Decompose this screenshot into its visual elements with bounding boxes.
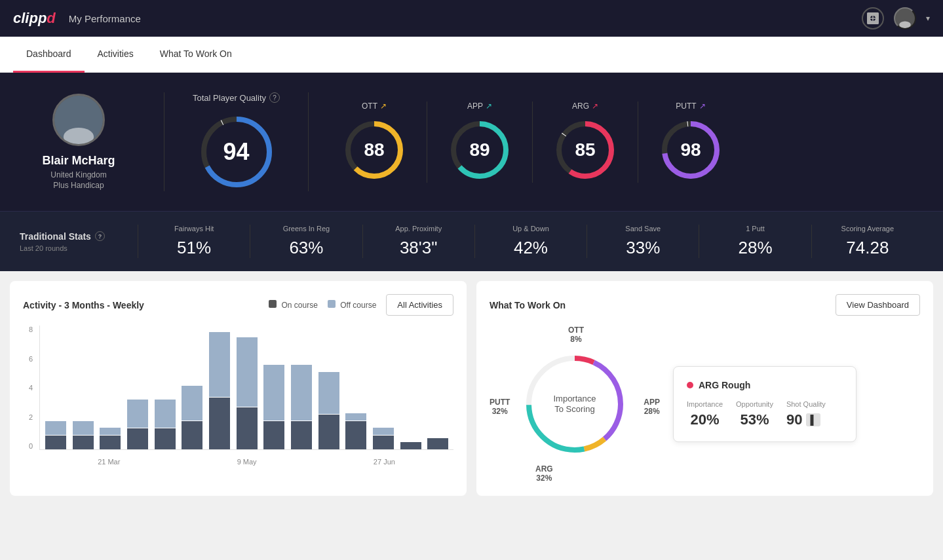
bar-group (425, 332, 450, 449)
view-dashboard-button[interactable]: View Dashboard (836, 294, 920, 316)
svg-text:To Scoring: To Scoring (554, 404, 594, 414)
player-info: Blair McHarg United Kingdom Plus Handica… (20, 94, 138, 190)
bar-group (371, 332, 396, 449)
total-quality-label: Total Player Quality ? (193, 92, 280, 103)
stats-label: Traditional Stats ? Last 20 rounds (20, 231, 138, 252)
bar-group (43, 332, 68, 449)
activity-chart-title: Activity - 3 Months - Weekly (23, 300, 144, 310)
add-button[interactable] (862, 7, 884, 29)
on-course-bar (400, 442, 421, 449)
off-course-bar (263, 365, 284, 420)
off-course-bar (291, 365, 312, 420)
bar-group (207, 332, 232, 449)
ott-circle: 88 (341, 117, 407, 183)
on-course-bar (237, 407, 258, 449)
on-course-bar (155, 428, 176, 449)
stat-app-proximity: App. Proximity 38'3" (362, 225, 474, 258)
stat-scoring-avg: Scoring Average 74.28 (811, 225, 923, 258)
app-label: APP ↗ (467, 102, 492, 111)
logo-text: clippd (13, 10, 56, 26)
info-metrics: Importance 20% Opportunity 53% Shot Qual… (687, 400, 843, 428)
stat-fairways-hit: Fairways Hit 51% (138, 225, 250, 258)
player-name: Blair McHarg (42, 154, 115, 168)
info-card-header: ARG Rough (687, 380, 843, 390)
avatar-image (54, 96, 103, 144)
nav-title: My Performance (69, 13, 141, 24)
stat-greens-in-reg: Greens In Reg 63% (250, 225, 362, 258)
tab-activities[interactable]: Activities (85, 37, 147, 73)
logo: clippd (13, 10, 56, 27)
arg-label: ARG ↗ (572, 102, 598, 111)
all-activities-button[interactable]: All Activities (386, 294, 453, 316)
shot-quality-metric: Shot Quality 90 ▌ (786, 400, 826, 428)
plus-circle-icon (867, 12, 879, 24)
opportunity-metric: Opportunity 53% (736, 400, 773, 428)
arg-rough-card: ARG Rough Importance 20% Opportunity 53%… (673, 366, 856, 442)
quality-badge: ▌ (806, 413, 820, 426)
bar-group (180, 332, 204, 449)
off-course-bar (45, 421, 66, 435)
on-course-bar (209, 398, 230, 449)
on-course-bar (73, 436, 94, 449)
stats-label-title: Traditional Stats ? (20, 231, 138, 242)
activity-chart-area: 8 6 4 2 0 21 Mar 9 May 27 Jun (23, 326, 453, 470)
app-circle: 89 (447, 117, 512, 183)
total-quality: Total Player Quality ? 94 (191, 92, 309, 191)
off-course-bar (73, 421, 94, 435)
score-card-putt: PUTT ↗ 98 (638, 102, 743, 183)
total-quality-circle: 94 (197, 113, 276, 191)
info-icon: ? (269, 92, 280, 103)
bar-group (343, 332, 368, 449)
chart-y-labels: 8 6 4 2 0 (23, 326, 36, 450)
svg-point-4 (902, 12, 909, 20)
importance-metric: Importance 20% (687, 400, 723, 428)
scores-section: Total Player Quality ? 94 OTT ↗ (164, 92, 923, 191)
activity-panel-header: Activity - 3 Months - Weekly On course O… (23, 294, 453, 316)
tab-dashboard[interactable]: Dashboard (13, 37, 85, 73)
legend-off-course: Off course (328, 300, 376, 310)
off-course-bar (237, 337, 258, 407)
bar-group (398, 332, 423, 449)
player-avatar (52, 94, 105, 146)
user-avatar-button[interactable] (894, 7, 916, 29)
tabs-bar: Dashboard Activities What To Work On (0, 37, 943, 73)
stat-up-down: Up & Down 42% (474, 225, 587, 258)
svg-text:Importance: Importance (553, 394, 596, 403)
on-course-bar (373, 436, 394, 449)
on-course-bar (427, 438, 448, 449)
app-value: 89 (469, 140, 490, 160)
putt-donut-label: PUTT 32% (490, 398, 510, 416)
tab-what-to-work-on[interactable]: What To Work On (147, 37, 245, 73)
bar-group (289, 332, 314, 449)
app-donut-label: APP 28% (644, 398, 660, 416)
on-course-bar (100, 436, 121, 449)
activity-panel: Activity - 3 Months - Weekly On course O… (10, 281, 467, 496)
off-course-bar (345, 413, 366, 420)
bar-group (317, 332, 341, 449)
off-course-bar (209, 332, 230, 397)
donut-wrapper: Importance To Scoring OTT 8% APP 28% (490, 326, 660, 483)
bottom-panels: Activity - 3 Months - Weekly On course O… (0, 271, 943, 506)
stats-row: Traditional Stats ? Last 20 rounds Fairw… (0, 211, 943, 271)
off-course-bar (182, 386, 202, 420)
off-course-bar (373, 428, 394, 435)
bar-group (235, 332, 260, 449)
wtwo-panel-header: What To Work On View Dashboard (490, 294, 920, 316)
bar-group (71, 332, 96, 449)
score-card-arg: ARG ↗ 85 (533, 102, 638, 183)
on-course-bar (318, 415, 339, 449)
on-course-bar (291, 421, 312, 449)
score-cards: OTT ↗ 88 APP ↗ (309, 102, 923, 183)
chart-legend: On course Off course (269, 300, 376, 310)
putt-label: PUTT ↗ (676, 102, 705, 111)
ott-donut-label: OTT 8% (568, 326, 584, 344)
nav-right: ▾ (862, 7, 930, 29)
total-quality-value: 94 (223, 138, 249, 166)
score-card-app: APP ↗ 89 (427, 102, 533, 183)
arg-donut-label: ARG 32% (535, 464, 553, 483)
putt-value: 98 (680, 140, 701, 160)
player-country: United Kingdom (50, 170, 106, 179)
donut-with-labels: Importance To Scoring OTT 8% APP 28% (490, 326, 660, 483)
off-course-dot (328, 300, 336, 308)
donut-area: Importance To Scoring OTT 8% APP 28% (490, 326, 920, 483)
